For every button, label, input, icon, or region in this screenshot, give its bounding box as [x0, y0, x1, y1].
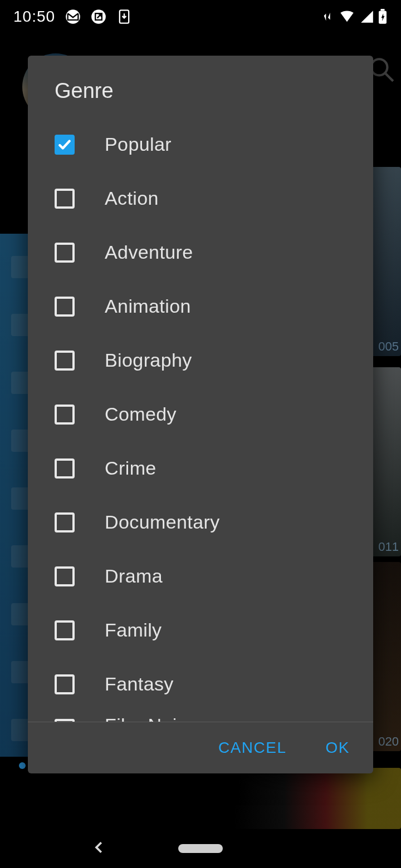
genre-row[interactable]: Documentary — [55, 495, 362, 549]
status-left: 10:50 — [13, 8, 132, 26]
battery-charging-icon — [378, 9, 388, 24]
genre-checkbox[interactable] — [55, 351, 75, 371]
dialog-title: Genre — [28, 56, 373, 117]
genre-label: Action — [105, 188, 159, 209]
status-right: 5 — [322, 9, 388, 24]
genre-label: Documentary — [105, 511, 220, 533]
genre-label: Biography — [105, 349, 192, 371]
svg-rect-5 — [381, 9, 385, 11]
wifi-icon: 5 — [338, 9, 356, 24]
system-navbar — [0, 829, 401, 868]
genre-checkbox[interactable] — [55, 458, 75, 479]
genre-label: Popular — [105, 134, 172, 155]
genre-checkbox[interactable] — [55, 135, 75, 155]
genre-label: Adventure — [105, 241, 193, 263]
dialog-actions: CANCEL OK — [28, 722, 373, 773]
genre-row[interactable]: Action — [55, 171, 362, 225]
genre-checkbox[interactable] — [55, 189, 75, 209]
svg-point-6 — [371, 59, 387, 75]
genre-row[interactable]: Drama — [55, 549, 362, 603]
status-bar: 10:50 5 — [0, 0, 401, 33]
genre-label: Crime — [105, 457, 157, 479]
genre-checkbox[interactable] — [55, 620, 75, 640]
genre-label: Drama — [105, 565, 163, 587]
genre-row[interactable]: Family — [55, 603, 362, 657]
genre-row[interactable]: Film-Noir — [55, 711, 362, 722]
pager-dot — [19, 762, 26, 769]
genre-label: Family — [105, 619, 162, 641]
genre-checkbox[interactable] — [55, 243, 75, 263]
genre-dialog: Genre PopularActionAdventureAnimationBio… — [28, 56, 373, 773]
ok-button[interactable]: OK — [326, 739, 350, 757]
genre-row[interactable]: Biography — [55, 333, 362, 387]
genre-row[interactable]: Fantasy — [55, 657, 362, 711]
genre-label: Animation — [105, 295, 191, 317]
genre-label: Film-Noir — [105, 714, 183, 722]
genre-row[interactable]: Popular — [55, 117, 362, 171]
genre-checkbox[interactable] — [55, 566, 75, 586]
genre-row[interactable]: Comedy — [55, 387, 362, 441]
wifi-badge: 5 — [350, 16, 354, 23]
home-pill-icon[interactable] — [178, 844, 223, 853]
genre-checkbox[interactable] — [55, 512, 75, 532]
genre-checkbox[interactable] — [55, 297, 75, 317]
gmail-icon — [65, 9, 81, 24]
svg-line-7 — [385, 73, 393, 81]
genre-checkbox[interactable] — [55, 405, 75, 425]
genre-row[interactable]: Crime — [55, 441, 362, 495]
download-icon — [116, 9, 132, 24]
poster-year: 011 — [378, 540, 399, 554]
genre-list[interactable]: PopularActionAdventureAnimationBiography… — [28, 117, 373, 722]
back-icon[interactable] — [91, 839, 107, 858]
genre-label: Comedy — [105, 403, 177, 425]
poster-thumb — [234, 768, 401, 829]
cancel-button[interactable]: CANCEL — [218, 739, 287, 757]
data-arrows-icon — [322, 9, 334, 24]
clock: 10:50 — [13, 8, 55, 26]
genre-checkbox[interactable] — [55, 674, 75, 694]
poster-year: 020 — [378, 734, 399, 749]
genre-row[interactable]: Animation — [55, 279, 362, 333]
poster-year: 005 — [378, 339, 399, 354]
genre-label: Fantasy — [105, 673, 174, 695]
genre-row[interactable]: Adventure — [55, 225, 362, 279]
open-in-new-icon — [91, 9, 106, 24]
cellular-icon — [360, 9, 374, 24]
